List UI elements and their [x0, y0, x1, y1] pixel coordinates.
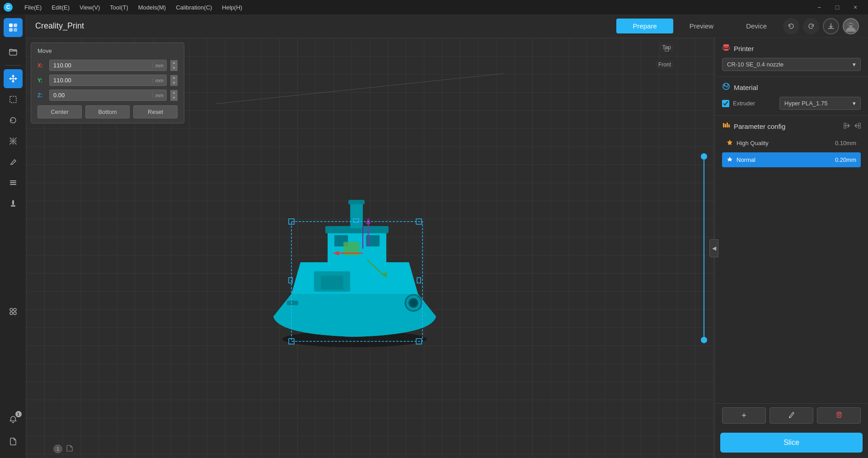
param-row-normal[interactable]: Normal 0.20mm [722, 152, 861, 167]
svg-rect-8 [10, 184, 16, 185]
user-avatar[interactable] [843, 18, 859, 34]
menu-help[interactable]: Help(H) [217, 2, 247, 13]
sidebar-divider-1 [5, 65, 21, 66]
svg-marker-32 [366, 218, 371, 224]
y-axis-row: Y: mm ▲ ▼ [38, 75, 178, 86]
delete-profile-button[interactable] [817, 407, 861, 424]
slider-top-dot[interactable] [701, 153, 707, 160]
right-panel: ◀ Printer [714, 38, 868, 458]
sidebar-item-move[interactable] [4, 69, 23, 88]
menu-models[interactable]: Models(M) [134, 2, 170, 13]
ruler-line [216, 73, 504, 104]
printer-icon [722, 43, 730, 53]
3d-model[interactable] [246, 163, 472, 353]
svg-point-13 [10, 312, 13, 315]
z-down-spinner[interactable]: ▼ [170, 95, 178, 101]
add-profile-button[interactable]: + [722, 407, 766, 424]
bottom-button[interactable]: Bottom [85, 105, 130, 118]
normal-value: 0.20mm [835, 156, 856, 163]
minimize-button[interactable]: − [810, 0, 828, 14]
tab-preview[interactable]: Preview [673, 19, 730, 33]
svg-rect-29 [287, 301, 298, 305]
sidebar-item-open[interactable] [4, 42, 23, 61]
normal-icon [727, 156, 733, 164]
panel-collapse-arrow[interactable]: ◀ [709, 239, 718, 257]
param-row-high-quality[interactable]: High Quality 0.10mm [722, 136, 861, 151]
main-layout: 1 Creality_Print Prepare Preview Device [0, 14, 868, 458]
high-quality-value: 0.10mm [835, 140, 856, 146]
redo-button[interactable] [803, 18, 819, 34]
printer-dropdown[interactable]: CR-10 SE_0.4 nozzle ▾ [722, 58, 861, 71]
z-axis-label: Z: [38, 92, 46, 99]
menu-file[interactable]: File(E) [20, 2, 46, 13]
svg-point-12 [14, 308, 16, 311]
material-dropdown[interactable]: Hyper PLA_1.75 ▾ [779, 97, 861, 110]
sidebar-item-file[interactable] [4, 432, 23, 451]
high-quality-name: High Quality [737, 140, 835, 146]
tab-prepare[interactable]: Prepare [616, 19, 673, 33]
slice-button[interactable]: Slice [720, 433, 863, 453]
printer-section-title: Printer [734, 45, 754, 52]
sidebar-item-plugins[interactable] [4, 302, 23, 321]
app-title: Creality_Print [35, 21, 616, 31]
close-button[interactable]: × [846, 0, 864, 14]
file-icon[interactable] [66, 444, 73, 453]
menu-edit[interactable]: Edit(E) [47, 2, 74, 13]
material-dropdown-value: Hyper PLA_1.75 [784, 100, 827, 107]
home-icon[interactable]: ⌂ [664, 44, 669, 54]
material-icon [722, 82, 730, 92]
y-axis-label: Y: [38, 77, 46, 84]
sidebar-item-support[interactable] [4, 194, 23, 213]
sidebar-item-scale[interactable] [4, 132, 23, 151]
svg-rect-53 [723, 123, 724, 127]
y-input[interactable] [50, 75, 152, 85]
svg-rect-49 [724, 47, 728, 48]
menu-tool[interactable]: Tool(T) [105, 2, 132, 13]
x-spinners: ▲ ▼ [170, 60, 178, 71]
sidebar-item-rotate[interactable] [4, 111, 23, 130]
z-up-spinner[interactable]: ▲ [170, 90, 178, 95]
svg-rect-46 [723, 44, 729, 47]
move-panel: Move X: mm ▲ ▼ Y: [31, 42, 184, 123]
z-input[interactable] [50, 90, 152, 100]
z-axis-row: Z: mm ▲ ▼ [38, 90, 178, 101]
panel-buttons: Center Bottom Reset [38, 105, 178, 118]
header-actions [783, 18, 859, 34]
x-input[interactable] [50, 60, 152, 71]
y-spinners: ▲ ▼ [170, 75, 178, 86]
maximize-button[interactable]: □ [828, 0, 846, 14]
count-badge[interactable]: 1 [53, 444, 62, 453]
param-import-btn[interactable] [844, 122, 851, 131]
3d-viewport[interactable]: Move X: mm ▲ ▼ Y: [26, 38, 714, 458]
reset-button[interactable]: Reset [133, 105, 178, 118]
svg-rect-5 [10, 96, 16, 103]
menu-calibration[interactable]: Calibration(C) [171, 2, 216, 13]
sidebar-item-select[interactable] [4, 90, 23, 109]
download-button[interactable] [823, 18, 839, 34]
menu-view[interactable]: View(V) [75, 2, 104, 13]
x-up-spinner[interactable]: ▲ [170, 60, 178, 66]
svg-rect-9 [12, 200, 14, 205]
sidebar-logo[interactable] [4, 18, 23, 37]
material-section: Material Extruder Hyper PLA_1.75 ▾ [715, 77, 868, 116]
param-section-header: Parameter config [722, 121, 861, 131]
sidebar-item-list[interactable] [4, 173, 23, 192]
y-down-spinner[interactable]: ▼ [170, 80, 178, 86]
sidebar-item-paint[interactable] [4, 152, 23, 171]
svg-rect-10 [11, 205, 15, 207]
y-up-spinner[interactable]: ▲ [170, 75, 178, 80]
center-button[interactable]: Center [38, 105, 82, 118]
delete-icon [835, 411, 843, 420]
x-down-spinner[interactable]: ▼ [170, 66, 178, 71]
tab-device[interactable]: Device [730, 19, 783, 33]
extruder-checkbox[interactable] [722, 100, 729, 107]
undo-button[interactable] [783, 18, 799, 34]
slider-bottom-dot[interactable] [701, 337, 707, 343]
y-unit: mm [152, 78, 166, 83]
param-export-btn[interactable] [854, 122, 861, 131]
z-input-container: mm [49, 90, 167, 101]
edit-profile-button[interactable] [769, 407, 813, 424]
material-dropdown-chevron: ▾ [853, 100, 856, 107]
svg-point-28 [409, 298, 418, 307]
high-quality-icon [727, 139, 733, 147]
